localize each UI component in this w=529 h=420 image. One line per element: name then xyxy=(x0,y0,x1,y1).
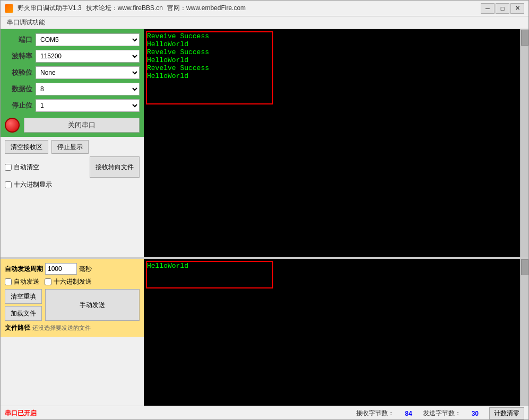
menu-item-serial[interactable]: 串口调试功能 xyxy=(3,17,49,28)
send-scrollbar[interactable] xyxy=(520,259,528,406)
parity-select[interactable]: None xyxy=(36,66,140,79)
stopbits-label: 停止位 xyxy=(5,101,32,110)
auto-clear-checkbox[interactable] xyxy=(5,164,12,171)
period-input[interactable] xyxy=(45,263,77,275)
auto-send-checkbox-label[interactable]: 自动发送 xyxy=(5,277,39,286)
receive-text: Reveive Success HelloWorld Revelve Succe… xyxy=(144,29,520,257)
menu-bar: 串口调试功能 xyxy=(1,16,528,29)
auto-send-checkbox[interactable] xyxy=(5,278,12,285)
app-title: 野火串口调试助手V1.3 xyxy=(18,4,82,13)
clear-reset-button[interactable]: 清空重填 xyxy=(5,289,42,304)
receive-count-label: 接收字节数： xyxy=(356,409,394,418)
stopbits-row: 停止位 1 xyxy=(5,99,140,112)
config-panel: 端口 COM5 波特率 115200 校验位 None xyxy=(1,29,144,137)
receive-scrollbar-thumb[interactable] xyxy=(521,30,528,46)
parity-row: 校验位 None xyxy=(5,66,140,79)
maximize-button[interactable]: □ xyxy=(496,3,509,14)
stopbits-select[interactable]: 1 xyxy=(36,99,140,112)
baud-select[interactable]: 115200 xyxy=(36,50,140,63)
receive-count-value: 84 xyxy=(405,410,412,417)
hex-display-label: 十六进制显示 xyxy=(14,180,52,189)
clear-receive-button[interactable]: 清空接收区 xyxy=(5,140,48,154)
port-status: 串口已开启 xyxy=(5,409,37,418)
hex-display-checkbox-label[interactable]: 十六进制显示 xyxy=(5,180,52,189)
status-indicator xyxy=(5,118,20,133)
auto-clear-checkbox-label[interactable]: 自动清空 xyxy=(5,163,39,172)
load-file-button[interactable]: 加载文件 xyxy=(5,306,42,321)
port-row: 端口 COM5 xyxy=(5,33,140,46)
period-label: 自动发送周期 xyxy=(5,265,43,274)
hex-send-label: 十六进制发送 xyxy=(54,277,92,286)
redirect-button[interactable]: 接收转向文件 xyxy=(90,156,140,178)
minimize-button[interactable]: ─ xyxy=(481,3,495,14)
databits-row: 数据位 8 xyxy=(5,83,140,95)
hex-send-checkbox[interactable] xyxy=(45,278,51,285)
period-unit: 毫秒 xyxy=(79,265,92,274)
auto-clear-label: 自动清空 xyxy=(14,163,39,172)
clear-count-button[interactable]: 计数清零 xyxy=(489,407,524,419)
close-port-button[interactable]: 关闭串口 xyxy=(24,118,140,133)
stop-display-button[interactable]: 停止显示 xyxy=(51,140,89,154)
file-path-value: 还没选择要发送的文件 xyxy=(32,324,91,332)
databits-select[interactable]: 8 xyxy=(36,83,140,95)
hex-display-checkbox[interactable] xyxy=(5,181,12,188)
baud-row: 波特率 115200 xyxy=(5,50,140,63)
parity-label: 校验位 xyxy=(5,68,32,77)
send-count-label: 发送字节数： xyxy=(423,409,461,418)
send-text: HelloWorld xyxy=(144,259,520,406)
file-path-row: 文件路径 还没选择要发送的文件 xyxy=(5,323,140,332)
send-config-panel: 自动发送周期 毫秒 自动发送 十六进制发送 xyxy=(1,259,144,337)
port-label: 端口 xyxy=(5,35,32,45)
baud-label: 波特率 xyxy=(5,51,32,61)
databits-label: 数据位 xyxy=(5,84,32,94)
official-site: 官网：www.embedFire.com xyxy=(167,4,246,13)
auto-send-label: 自动发送 xyxy=(14,277,39,286)
send-checkboxes: 自动发送 十六进制发送 xyxy=(5,277,140,286)
receive-controls: 清空接收区 停止显示 自动清空 接收转向文件 十六进制显示 xyxy=(1,137,144,257)
close-button[interactable]: ✕ xyxy=(510,3,524,14)
receive-scrollbar[interactable] xyxy=(520,29,528,257)
tech-forum: 技术论坛：www.fireBBS.cn xyxy=(86,4,163,13)
send-scrollbar-thumb[interactable] xyxy=(521,259,528,275)
send-display: HelloWorld xyxy=(144,259,528,406)
receive-display: Reveive Success HelloWorld Revelve Succe… xyxy=(144,29,528,257)
file-path-label: 文件路径 xyxy=(5,323,30,332)
hex-send-checkbox-label[interactable]: 十六进制发送 xyxy=(45,277,92,286)
send-count-value: 30 xyxy=(472,410,479,417)
port-select[interactable]: COM5 xyxy=(36,33,140,46)
period-row: 自动发送周期 毫秒 xyxy=(5,263,140,275)
manual-send-button[interactable]: 手动发送 xyxy=(45,289,140,321)
title-bar: 野火串口调试助手V1.3 技术论坛：www.fireBBS.cn 官网：www.… xyxy=(1,1,528,16)
status-bar: 串口已开启 接收字节数： 84 发送字节数： 30 计数清零 xyxy=(1,406,528,420)
app-icon xyxy=(5,4,13,13)
close-row: 关闭串口 xyxy=(5,118,140,133)
